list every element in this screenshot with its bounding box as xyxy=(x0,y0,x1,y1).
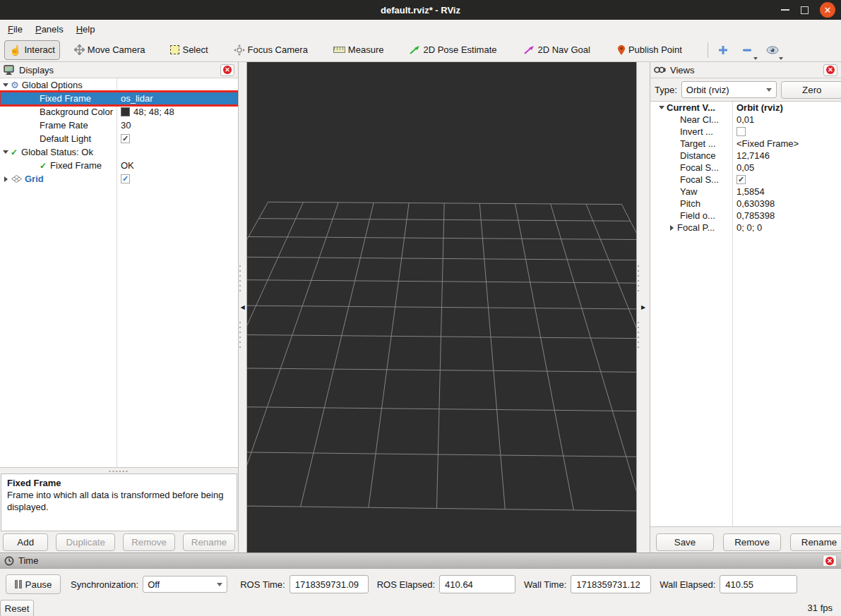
tree-row-global-options[interactable]: ⚙Global Options xyxy=(0,78,238,92)
views-close-button[interactable]: ✕ xyxy=(823,64,837,76)
views-row-invert[interactable]: Invert ... xyxy=(650,126,841,138)
time-close-icon: ✕ xyxy=(825,557,834,565)
displays-buttons: Add Duplicate Remove Rename xyxy=(0,531,238,552)
eye-icon xyxy=(766,46,779,54)
reset-button[interactable]: Reset xyxy=(0,600,34,616)
time-close-button[interactable]: ✕ xyxy=(823,555,837,567)
tree-row-default-light[interactable]: Default Light ✓ xyxy=(0,132,238,145)
displays-close-button[interactable]: ✕ xyxy=(220,64,234,76)
zero-button[interactable]: Zero xyxy=(781,81,841,99)
views-row-pitch[interactable]: Pitch 0,630398 xyxy=(650,198,841,210)
fixed-frame-status-value: OK xyxy=(117,160,238,171)
displays-splitter-handle[interactable]: •••••• xyxy=(0,468,238,473)
views-row-current-view[interactable]: Current V... Orbit (rviz) xyxy=(650,102,841,114)
right-splitter[interactable]: ▶ xyxy=(636,62,650,552)
visibility-tool-button[interactable] xyxy=(763,41,782,59)
fixed-frame-value[interactable]: os_lidar xyxy=(117,93,238,104)
focus-camera-tool[interactable]: Focus Camera xyxy=(229,40,312,60)
maximize-icon[interactable] xyxy=(801,6,809,14)
views-tree: Current V... Orbit (rviz) Near Cl... 0,0… xyxy=(650,101,841,527)
chevron-down-icon xyxy=(766,88,772,92)
displays-panel-title: Displays xyxy=(19,65,216,76)
views-row-focal-shape-size[interactable]: Focal S... 0,05 xyxy=(650,162,841,174)
rename-view-button[interactable]: Rename xyxy=(790,533,841,551)
tree-row-fixed-frame-status[interactable]: ✓Fixed Frame OK xyxy=(0,159,238,172)
visibility-tool-caret-icon xyxy=(779,57,783,60)
add-tool-button[interactable] xyxy=(714,41,732,59)
ros-elapsed-field[interactable]: 410.64 xyxy=(439,575,515,593)
tree-row-grid[interactable]: Grid ✓ xyxy=(0,172,238,186)
close-icon[interactable]: ✕ xyxy=(820,2,835,18)
collapse-left-icon[interactable]: ◀ xyxy=(240,304,244,310)
menu-file[interactable]: File xyxy=(1,20,29,38)
pose-estimate-tool[interactable]: 2D Pose Estimate xyxy=(405,40,501,60)
expander-down-icon[interactable] xyxy=(3,150,8,154)
titlebar: default.rviz* - RViz ✕ xyxy=(0,0,841,20)
expander-down-icon[interactable] xyxy=(659,106,664,109)
views-header: Views ✕ xyxy=(650,62,841,78)
tree-row-background-color[interactable]: Background Color 48; 48; 48 xyxy=(0,105,238,119)
move-camera-tool[interactable]: Move Camera xyxy=(70,40,150,60)
frame-rate-value[interactable]: 30 xyxy=(117,120,238,131)
remove-tool-button[interactable] xyxy=(738,41,756,59)
background-color-value[interactable]: 48; 48; 48 xyxy=(133,107,174,117)
tree-row-frame-rate[interactable]: Frame Rate 30 xyxy=(0,119,238,132)
synchronization-label: Synchronization: xyxy=(71,579,138,590)
time-panel-title: Time xyxy=(18,555,818,566)
wall-elapsed-field[interactable]: 410.55 xyxy=(720,575,797,593)
invert-checkbox[interactable] xyxy=(736,127,746,136)
synchronization-select[interactable]: Off xyxy=(143,576,227,593)
views-row-field-of-view[interactable]: Field o... 0,785398 xyxy=(650,210,841,222)
views-row-focal-point[interactable]: Focal P... 0; 0; 0 xyxy=(650,222,841,234)
collapse-right-icon[interactable]: ▶ xyxy=(641,304,645,310)
views-row-focal-shape-fixed[interactable]: Focal S... ✓ xyxy=(650,174,841,186)
expander-right-icon[interactable] xyxy=(670,225,674,231)
view-type-select[interactable]: Orbit (rviz) xyxy=(681,81,777,98)
select-tool[interactable]: Select xyxy=(166,40,212,60)
expander-right-icon[interactable] xyxy=(4,176,8,182)
ros-time-field[interactable]: 1718359731.09 xyxy=(290,575,369,593)
displays-close-icon: ✕ xyxy=(223,66,232,74)
ros-elapsed-label: ROS Elapsed: xyxy=(377,579,435,590)
menu-panels[interactable]: Panels xyxy=(29,20,70,38)
tree-row-global-status[interactable]: ✓Global Status: Ok xyxy=(0,145,238,159)
remove-button[interactable]: Remove xyxy=(123,533,175,551)
nav-goal-tool[interactable]: 2D Nav Goal xyxy=(519,40,594,60)
expander-down-icon[interactable] xyxy=(3,83,8,87)
tree-row-fixed-frame[interactable]: Fixed Frame os_lidar xyxy=(0,92,238,105)
measure-tool[interactable]: Measure xyxy=(329,40,388,60)
views-panel-icon xyxy=(654,66,666,74)
menubar: File Panels Help xyxy=(0,20,841,38)
displays-header: Displays ✕ xyxy=(0,62,238,78)
chevron-down-icon xyxy=(217,583,222,586)
views-row-near-clip[interactable]: Near Cl... 0,01 xyxy=(650,114,841,126)
menu-help[interactable]: Help xyxy=(70,20,102,38)
rename-button[interactable]: Rename xyxy=(183,533,235,551)
views-row-target-frame[interactable]: Target ... <Fixed Frame> xyxy=(650,138,841,150)
views-buttons: Save Remove Rename xyxy=(650,531,841,552)
wall-elapsed-label: Wall Elapsed: xyxy=(660,579,715,590)
views-row-yaw[interactable]: Yaw 1,5854 xyxy=(650,186,841,198)
displays-panel: Displays ✕ ⚙Global Options Fixed Frame o… xyxy=(0,62,239,552)
publish-point-tool[interactable]: Publish Point xyxy=(613,40,686,60)
add-button[interactable]: Add xyxy=(3,533,48,551)
pause-icon xyxy=(15,580,22,588)
gear-icon: ⚙ xyxy=(11,80,19,90)
displays-panel-icon xyxy=(4,65,15,75)
main-area: Displays ✕ ⚙Global Options Fixed Frame o… xyxy=(0,62,841,552)
default-light-checkbox[interactable]: ✓ xyxy=(121,134,130,143)
pause-button[interactable]: Pause xyxy=(6,574,61,594)
focal-shape-checkbox[interactable]: ✓ xyxy=(736,175,746,184)
interact-tool[interactable]: ☝ Interact xyxy=(4,40,60,60)
render-viewport[interactable] xyxy=(247,62,636,552)
save-view-button[interactable]: Save xyxy=(656,533,714,551)
description-title: Fixed Frame xyxy=(7,477,231,489)
duplicate-button[interactable]: Duplicate xyxy=(56,533,115,551)
window-title: default.rviz* - RViz xyxy=(381,5,460,16)
remove-view-button[interactable]: Remove xyxy=(723,533,781,551)
minimize-icon[interactable] xyxy=(781,9,789,11)
wall-time-field[interactable]: 1718359731.12 xyxy=(571,575,651,593)
grid-checkbox[interactable]: ✓ xyxy=(121,174,130,183)
left-splitter[interactable]: ◀ xyxy=(239,62,247,552)
views-row-distance[interactable]: Distance 12,7146 xyxy=(650,150,841,162)
